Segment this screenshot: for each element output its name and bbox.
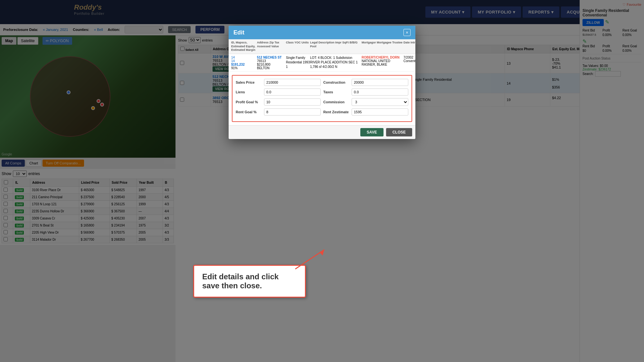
modal-row-mortgagor: ROBERT/CHERYL DORN NATIONAL UNITED RASNE…	[362, 56, 403, 66]
modal-col-id: ID, Mapsco, Estimated Equity, Estimated …	[231, 41, 257, 52]
modal-row-id: 14 14 $191,232 91%	[231, 56, 257, 70]
modal-title: Edit	[233, 29, 244, 36]
modal-footer: SAVE CLOSE	[229, 125, 415, 139]
taxes-group: Taxes	[323, 88, 408, 96]
form-row-1: Sales Price Construction	[236, 79, 408, 86]
callout-arrow-icon	[292, 246, 331, 272]
modal-close-x-button[interactable]: ×	[403, 29, 411, 36]
construction-label: Construction	[323, 80, 349, 84]
form-row-4: Rent Goal % Rent Zestimate	[236, 108, 408, 116]
modal-data-row: 14 14 $191,232 91% 512 NECHES ST 76513 $…	[229, 54, 415, 72]
form-row-3: Profit Goal % Commission 3 4 5 6	[236, 98, 408, 106]
construction-input[interactable]	[352, 79, 408, 86]
modal-row-legal: LOT: 4 BLOCK: 1 Subdivision RIVER PLACE …	[310, 56, 362, 69]
commission-group: Commission 3 4 5 6	[323, 98, 408, 106]
callout-text: Edit details and click save then close.	[202, 272, 279, 290]
modal-col-address: Address Zip Tax Assessed Value	[257, 41, 286, 52]
liens-group: Liens	[236, 88, 321, 96]
profit-goal-label: Profit Goal %	[236, 100, 261, 104]
modal-overlay: Edit × ID, Mapsco, Estimated Equity, Est…	[0, 0, 644, 362]
profit-goal-input[interactable]	[264, 98, 321, 106]
form-row-2: Liens Taxes	[236, 88, 408, 96]
callout-box: Edit details and click save then close.	[193, 265, 306, 298]
modal-header: Edit ×	[229, 26, 415, 39]
commission-select[interactable]: 3 4 5 6	[352, 98, 408, 106]
liens-label: Liens	[236, 90, 261, 94]
rent-goal-input[interactable]	[264, 108, 321, 116]
modal-col-legal: Legal Description Impr SqFt B/B/G Pool	[310, 41, 362, 52]
profit-goal-group: Profit Goal %	[236, 98, 321, 106]
rent-goal-group: Rent Goal %	[236, 108, 321, 116]
taxes-label: Taxes	[323, 90, 349, 94]
sales-price-label: Sales Price	[236, 80, 261, 84]
rent-zestimate-group: Rent Zestimate	[323, 108, 408, 116]
rent-zestimate-label: Rent Zestimate	[323, 110, 349, 114]
modal-row-address: 512 NECHES ST 76513 $210,800 BELTON	[257, 56, 286, 70]
rent-goal-label: Rent Goal %	[236, 110, 261, 114]
close-button[interactable]: CLOSE	[386, 128, 412, 136]
edit-form: Sales Price Construction Liens Taxes	[232, 75, 412, 122]
liens-input[interactable]	[264, 88, 321, 96]
modal-col-date: Date Intrt Type	[403, 41, 415, 52]
svg-marker-1	[319, 250, 324, 255]
edit-modal: Edit × ID, Mapsco, Estimated Equity, Est…	[229, 26, 415, 139]
modal-col-class: Class YOC Units	[286, 41, 310, 52]
modal-row-date: 7/2002 Conventional	[403, 56, 415, 63]
save-button[interactable]: SAVE	[360, 128, 384, 136]
rent-zestimate-input[interactable]	[352, 108, 408, 116]
modal-col-headers: ID, Mapsco, Estimated Equity, Estimated …	[229, 39, 415, 54]
modal-row-class: Single Family Residential 1993 1	[286, 56, 310, 69]
construction-group: Construction	[323, 79, 408, 86]
modal-col-mortgagor: Mortgagor Mortgagee Trustee	[362, 41, 403, 52]
commission-label: Commission	[323, 100, 349, 104]
modal-body: Sales Price Construction Liens Taxes	[229, 72, 415, 125]
sales-price-input[interactable]	[264, 79, 321, 86]
taxes-input[interactable]	[352, 88, 408, 96]
sales-price-group: Sales Price	[236, 79, 321, 86]
